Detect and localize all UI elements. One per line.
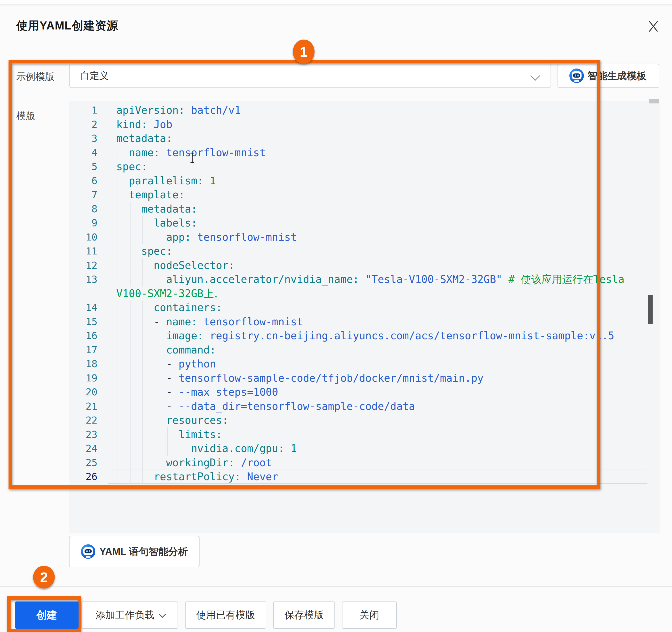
editor-row: 19 - tensorflow-sample-code/tfjob/docker… [69, 371, 659, 385]
editor-row: 18 - python [69, 357, 659, 371]
editor-row: 14 containers: [69, 301, 659, 315]
footer-divider [0, 586, 672, 587]
code-line: restartPolicy: Never [116, 470, 278, 484]
code-line: - python [116, 357, 216, 371]
editor-row: 23 limits: [69, 427, 659, 442]
sample-template-dropdown[interactable]: 自定义 [69, 64, 551, 88]
code-line: limits: [116, 427, 222, 442]
ai-generate-template-label: 智能生成模板 [587, 69, 646, 83]
line-number: 4 [69, 146, 97, 160]
editor-row: 7 template: [69, 188, 659, 202]
text-cursor-icon [190, 153, 195, 163]
template-label: 模版 [16, 110, 35, 122]
code-line: command: [116, 343, 216, 357]
line-number: 5 [69, 160, 97, 174]
code-line: app: tensorflow-mnist [116, 230, 297, 244]
editor-row: 16 image: registry.cn-beijing.aliyuncs.c… [69, 329, 659, 343]
line-number: 2 [69, 117, 97, 132]
editor-row: 25 workingDir: /root [69, 455, 659, 470]
robot-ai-icon [81, 544, 95, 559]
editor-row: 9 labels: [69, 216, 659, 230]
step1-badge: 1 [293, 40, 315, 64]
editor-scrollbar-thumb[interactable] [648, 295, 653, 324]
page-top-strip [0, 0, 672, 4]
line-number: 24 [69, 441, 97, 455]
editor-row: 24 nvidia.com/gpu: 1 [69, 441, 659, 455]
robot-ai-icon [569, 69, 584, 83]
code-line: - --data_dir=tensorflow-sample-code/data [116, 399, 415, 414]
chevron-down-icon [159, 611, 166, 618]
code-line: spec: [116, 160, 147, 174]
code-line: template: [116, 188, 185, 202]
line-number: 19 [69, 371, 97, 385]
editor-scroll-corner [649, 99, 659, 103]
line-number: 10 [69, 230, 97, 244]
editor-row: 12 nodeSelector: [69, 258, 659, 273]
code-line: - --max_steps=1000 [116, 385, 278, 399]
editor-row: 21 - --data_dir=tensorflow-sample-code/d… [69, 399, 659, 414]
code-line: spec: [116, 244, 172, 258]
line-number: 13 [69, 272, 97, 286]
line-number: 3 [69, 131, 97, 146]
code-line: nodeSelector: [116, 258, 235, 273]
code-line: - name: tensorflow-mnist [116, 315, 303, 329]
editor-row: 11 spec: [69, 244, 659, 258]
line-number: 7 [69, 188, 97, 202]
line-number: 25 [69, 455, 97, 470]
line-number: 1 [69, 103, 97, 117]
editor-row: 3metadata: [69, 131, 659, 146]
line-number: 18 [69, 357, 97, 371]
code-line: labels: [116, 216, 197, 230]
line-number: 12 [69, 258, 97, 273]
code-line: - tensorflow-sample-code/tfjob/docker/mn… [116, 371, 484, 385]
line-number: 6 [69, 174, 97, 188]
editor-row: 22 resources: [69, 413, 659, 427]
add-workload-button[interactable]: 添加工作负载 [81, 602, 178, 629]
use-existing-template-button[interactable]: 使用已有模版 [185, 602, 266, 629]
editor-row: 26 restartPolicy: Never [69, 470, 659, 484]
line-number: 26 [69, 470, 97, 484]
yaml-editor[interactable]: 1apiVersion: batch/v12kind: Job3metadata… [69, 101, 659, 533]
add-workload-label: 添加工作负载 [96, 608, 154, 622]
code-line: nvidia.com/gpu: 1 [116, 441, 297, 455]
close-button[interactable]: 关闭 [342, 602, 397, 629]
editor-row: 4 name: tensorflow-mnist [69, 146, 659, 160]
line-number: 17 [69, 343, 97, 357]
line-number: 16 [69, 329, 97, 343]
line-number: 11 [69, 244, 97, 258]
editor-row: 15 - name: tensorflow-mnist [69, 315, 659, 329]
code-line: metadata: [116, 202, 197, 216]
sample-template-label: 示例模版 [16, 70, 54, 83]
line-number: 9 [69, 216, 97, 230]
dropdown-selected-value: 自定义 [80, 69, 109, 82]
editor-row: 13 aliyun.accelerator/nvidia_name: "Tesl… [69, 272, 659, 286]
line-number: 14 [69, 301, 97, 315]
page-title: 使用YAML创建资源 [16, 18, 118, 33]
code-line: apiVersion: batch/v1 [116, 103, 241, 117]
editor-row: V100-SXM2-32GB上。 [69, 286, 659, 301]
line-number: 23 [69, 427, 97, 442]
line-number: 15 [69, 315, 97, 329]
editor-row: 20 - --max_steps=1000 [69, 385, 659, 399]
line-number: 22 [69, 413, 97, 427]
editor-row: 10 app: tensorflow-mnist [69, 230, 659, 244]
code-line: containers: [116, 301, 222, 315]
save-template-button[interactable]: 保存模版 [273, 602, 335, 629]
line-number: 8 [69, 202, 97, 216]
code-line: image: registry.cn-beijing.aliyuncs.com/… [116, 329, 614, 343]
code-line: metadata: [116, 131, 172, 146]
editor-row: 1apiVersion: batch/v1 [69, 103, 659, 117]
yaml-analysis-label: YAML 语句智能分析 [99, 545, 188, 558]
code-line: parallelism: 1 [116, 174, 216, 188]
yaml-analysis-button[interactable]: YAML 语句智能分析 [69, 536, 199, 567]
create-button[interactable]: 创建 [15, 602, 78, 629]
line-number: 20 [69, 385, 97, 399]
ai-generate-template-button[interactable]: 智能生成模板 [557, 64, 659, 88]
code-line: kind: Job [116, 117, 172, 132]
line-number: 21 [69, 399, 97, 414]
code-line: aliyun.accelerator/nvidia_name: "Tesla-V… [116, 272, 624, 286]
editor-row: 8 metadata: [69, 202, 659, 216]
editor-row: 17 command: [69, 343, 659, 357]
create-resource-yaml-dialog: 使用YAML创建资源 示例模版 自定义 智能生成模板 模版 1apiVersio… [0, 0, 672, 632]
close-icon[interactable] [646, 19, 661, 33]
